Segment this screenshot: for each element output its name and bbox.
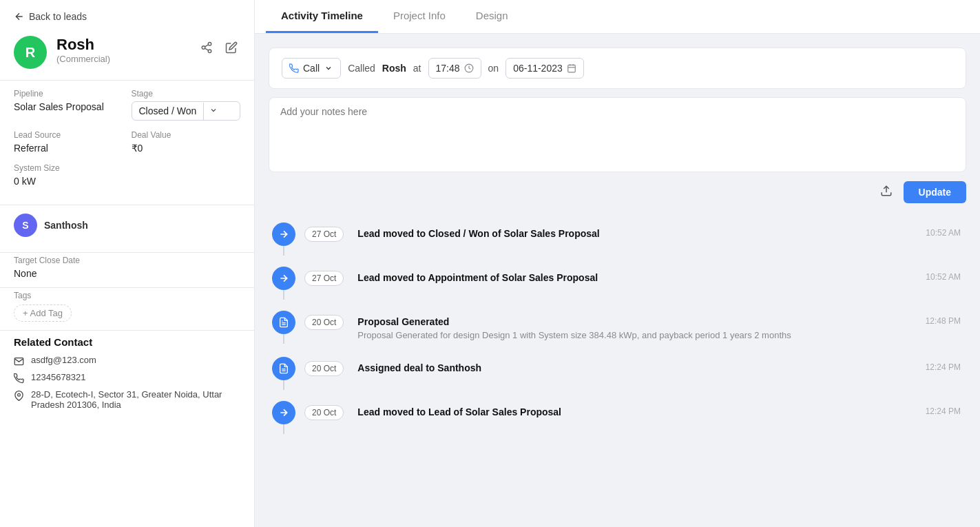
target-close-value: None xyxy=(14,268,240,279)
document-icon-2 xyxy=(278,317,289,328)
timeline-body-2: Proposal Generated Proposal Generated fo… xyxy=(349,311,925,346)
lead-source-field: Lead Source Referral xyxy=(14,130,123,154)
arrow-right-icon-4 xyxy=(278,407,289,418)
call-log-bar: Call Called Rosh at 17:48 on 06-11-2023 xyxy=(269,48,966,89)
close-date-section: Target Close Date None xyxy=(0,253,254,287)
timeline-time-1: 10:52 AM xyxy=(926,267,966,282)
timeline-badge-3: 20 Oct xyxy=(299,357,349,376)
add-tag-button[interactable]: + Add Tag xyxy=(14,304,72,322)
timeline-badge-4: 20 Oct xyxy=(299,401,349,420)
timeline-item: 27 Oct Lead moved to Appointment of Sola… xyxy=(269,261,966,305)
tags-section: Tags + Add Tag xyxy=(0,288,254,330)
timeline-item: 20 Oct Lead moved to Lead of Solar Sales… xyxy=(269,395,966,440)
timeline-badge-1: 27 Oct xyxy=(299,267,349,286)
timeline-date-1: 27 Oct xyxy=(304,271,344,286)
timeline-date-4: 20 Oct xyxy=(304,405,344,420)
timeline-title-3: Assigned deal to Santhosh xyxy=(357,362,481,373)
phone-icon xyxy=(14,373,24,384)
calendar-icon xyxy=(567,63,576,73)
on-text: on xyxy=(488,63,499,74)
stage-label: Stage xyxy=(132,89,241,99)
timeline-icon-3 xyxy=(272,357,295,380)
edit-button[interactable] xyxy=(222,39,240,59)
date-input[interactable]: 06-11-2023 xyxy=(505,58,584,79)
timeline-time-4: 12:24 PM xyxy=(926,401,966,416)
timeline-date-2: 20 Oct xyxy=(304,315,344,330)
svg-point-1 xyxy=(202,46,205,50)
update-row: Update xyxy=(269,180,966,203)
contact-address: 28-D, Ecotech-I, Sector 31, Greater Noid… xyxy=(31,389,240,410)
timeline-title-2: Proposal Generated xyxy=(357,316,917,327)
timeline-body-4: Lead moved to Lead of Solar Sales Propos… xyxy=(349,401,925,423)
deal-value: ₹0 xyxy=(132,143,241,154)
timeline-sub-2: Proposal Generated for design Design 1 w… xyxy=(357,330,917,340)
time-value: 17:48 xyxy=(436,63,460,74)
arrow-right-icon-1 xyxy=(278,273,289,284)
timeline-date-3: 20 Oct xyxy=(304,361,344,376)
update-button[interactable]: Update xyxy=(904,181,966,203)
stage-select[interactable]: Closed / Won xyxy=(132,101,241,121)
export-button[interactable] xyxy=(876,180,897,203)
notes-area xyxy=(269,97,966,172)
tab-design[interactable]: Design xyxy=(461,0,523,33)
timeline-body-1: Lead moved to Appointment of Solar Sales… xyxy=(349,267,926,289)
chevron-down-icon xyxy=(209,106,218,114)
back-icon xyxy=(14,11,25,22)
stage-value: Closed / Won xyxy=(132,102,204,120)
profile-name: Rosh xyxy=(56,36,188,54)
main-content: Activity Timeline Project Info Design Ca… xyxy=(255,0,980,527)
avatar: R xyxy=(14,36,47,69)
phone-call-icon xyxy=(289,63,299,74)
profile-info: Rosh (Commercial) xyxy=(56,36,188,64)
call-type-select[interactable]: Call xyxy=(282,58,341,79)
content-area: Call Called Rosh at 17:48 on 06-11-2023 xyxy=(255,34,980,527)
timeline-icon-0 xyxy=(272,223,295,246)
add-tag-label: + Add Tag xyxy=(23,308,63,318)
profile-actions xyxy=(198,39,240,59)
assignee-name: Santhosh xyxy=(44,220,88,231)
timeline-item: 20 Oct Proposal Generated Proposal Gener… xyxy=(269,305,966,351)
location-icon xyxy=(14,391,24,401)
time-input[interactable]: 17:48 xyxy=(428,58,481,79)
assignee-avatar: S xyxy=(14,214,37,237)
timeline-time-2: 12:48 PM xyxy=(926,311,966,326)
profile-subtitle: (Commercial) xyxy=(56,54,188,64)
svg-rect-5 xyxy=(568,65,576,72)
pipeline-stage-section: Pipeline Solar Sales Proposal Stage Clos… xyxy=(0,81,254,205)
export-icon xyxy=(880,185,893,197)
timeline-title-4: Lead moved to Lead of Solar Sales Propos… xyxy=(357,406,561,417)
timeline-item: 27 Oct Lead moved to Closed / Won of Sol… xyxy=(269,217,966,261)
system-size-label: System Size xyxy=(14,163,240,173)
tab-activity-timeline[interactable]: Activity Timeline xyxy=(266,0,378,33)
contact-phone-row: 12345678321 xyxy=(14,372,240,384)
tab-project-info[interactable]: Project Info xyxy=(378,0,461,33)
called-text: Called xyxy=(348,63,375,74)
svg-point-3 xyxy=(18,393,21,396)
deal-value-label: Deal Value xyxy=(132,130,241,140)
document-icon-3 xyxy=(278,363,289,374)
pipeline-field: Pipeline Solar Sales Proposal xyxy=(14,89,123,121)
timeline-badge-2: 20 Oct xyxy=(299,311,349,330)
lead-source-label: Lead Source xyxy=(14,130,123,140)
timeline-time-0: 10:52 AM xyxy=(926,223,966,238)
timeline-title-0: Lead moved to Closed / Won of Solar Sale… xyxy=(357,228,599,239)
contact-email: asdfg@123.com xyxy=(31,355,96,365)
stage-field: Stage Closed / Won xyxy=(132,89,241,121)
assignee-row: S Santhosh xyxy=(14,214,240,237)
share-button[interactable] xyxy=(198,39,216,59)
timeline-badge-0: 27 Oct xyxy=(299,223,349,242)
edit-icon xyxy=(225,41,238,54)
stage-dropdown-button[interactable] xyxy=(203,103,223,120)
timeline-body-3: Assigned deal to Santhosh xyxy=(349,357,925,379)
contact-phone: 12345678321 xyxy=(31,372,86,382)
date-value: 06-11-2023 xyxy=(513,63,563,74)
deal-value-field: Deal Value ₹0 xyxy=(132,130,241,154)
assignee-section: S Santhosh xyxy=(0,205,254,252)
notes-textarea[interactable] xyxy=(280,106,955,161)
pipeline-value: Solar Sales Proposal xyxy=(14,101,123,112)
timeline-item: 20 Oct Assigned deal to Santhosh 12:24 P… xyxy=(269,351,966,395)
back-button[interactable]: Back to leads xyxy=(0,0,254,30)
related-contact-title: Related Contact xyxy=(14,336,240,348)
system-size-value: 0 kW xyxy=(14,176,240,187)
back-label: Back to leads xyxy=(29,11,87,22)
